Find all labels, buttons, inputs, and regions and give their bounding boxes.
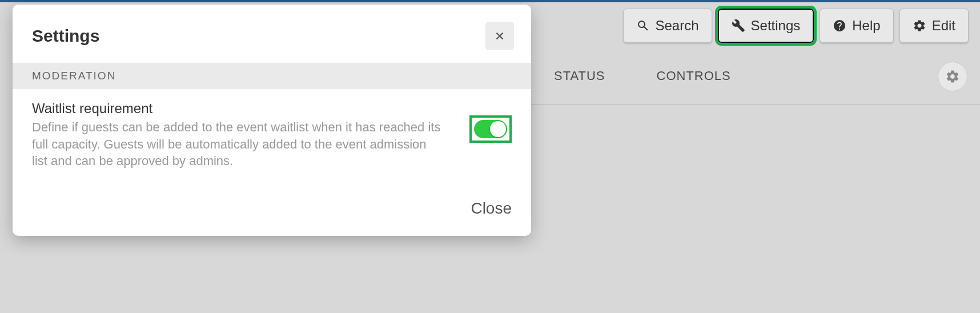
settings-modal: Settings MODERATION Waitlist requirement… — [13, 5, 531, 236]
settings-label: Settings — [751, 18, 801, 34]
close-button[interactable] — [485, 22, 514, 50]
help-label: Help — [852, 18, 880, 34]
status-column-header: STATUS — [554, 69, 605, 83]
modal-title: Settings — [32, 26, 99, 46]
search-icon — [636, 19, 650, 33]
top-border — [0, 0, 980, 2]
edit-label: Edit — [932, 18, 955, 34]
close-link[interactable]: Close — [471, 199, 512, 218]
gear-icon — [913, 19, 926, 33]
toggle-highlight — [469, 115, 512, 143]
column-headers: STATUS CONTROLS — [554, 69, 731, 83]
modal-footer: Close — [13, 191, 531, 236]
setting-text: Waitlist requirement Define if guests ca… — [32, 101, 443, 170]
header-divider — [531, 104, 980, 105]
gear-icon — [945, 69, 960, 84]
setting-title: Waitlist requirement — [32, 101, 443, 117]
settings-button[interactable]: Settings — [718, 9, 814, 43]
edit-button[interactable]: Edit — [899, 9, 969, 43]
setting-description: Define if guests can be added to the eve… — [32, 119, 443, 170]
wrench-icon — [732, 19, 745, 33]
modal-header: Settings — [13, 5, 531, 63]
search-label: Search — [656, 18, 699, 34]
waitlist-setting-row: Waitlist requirement Define if guests ca… — [13, 89, 531, 191]
controls-column-header: CONTROLS — [657, 69, 731, 83]
search-button[interactable]: Search — [623, 9, 712, 43]
column-settings-button[interactable] — [938, 62, 967, 91]
help-icon — [833, 19, 846, 33]
toolbar: Search Settings Help Edit — [623, 9, 969, 43]
close-icon — [493, 30, 506, 42]
toggle-knob — [490, 121, 506, 137]
moderation-section-header: MODERATION — [13, 63, 531, 89]
help-button[interactable]: Help — [820, 9, 893, 43]
waitlist-toggle[interactable] — [474, 120, 507, 138]
